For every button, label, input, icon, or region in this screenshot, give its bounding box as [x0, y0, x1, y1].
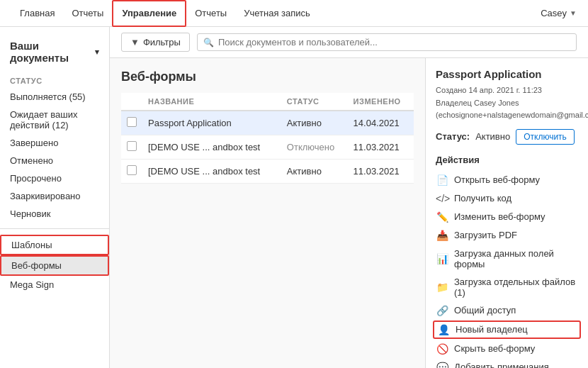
- table-title: Веб-формы: [121, 69, 414, 84]
- sidebar-item-in-progress[interactable]: Выполняется (55): [0, 88, 109, 106]
- hide-icon: 🚫: [436, 343, 448, 355]
- webforms-table: НАЗВАНИЕ СТАТУС ИЗМЕНЕНО Passport Applic…: [121, 93, 414, 184]
- nav-reports-2[interactable]: Отчеты: [186, 0, 235, 27]
- chevron-down-icon: ▼: [570, 9, 577, 17]
- sidebar-item-cancelled[interactable]: Отменено: [0, 152, 109, 169]
- sidebar-item-expired[interactable]: Просрочено: [0, 169, 109, 187]
- person-icon: 👤: [437, 324, 450, 335]
- sidebar-item-completed[interactable]: Завершено: [0, 134, 109, 152]
- nav-account[interactable]: Учетная запись: [235, 0, 319, 27]
- action-label: Загрузка отдельных файлов (1): [454, 277, 578, 298]
- table-icon: 📊: [436, 253, 448, 264]
- table-area: Веб-формы НАЗВАНИЕ СТАТУС ИЗМЕНЕНО: [110, 58, 425, 368]
- panel-meta: Создано 14 апр. 2021 г. 11:23 Владелец C…: [436, 84, 578, 122]
- panel-status-row: Статус: Активно Отключить: [436, 129, 578, 145]
- panel-status-value: Активно: [475, 131, 510, 142]
- sidebar-item-templates[interactable]: Шаблоны: [0, 235, 109, 255]
- row-changed: 11.03.2021: [348, 160, 414, 184]
- panel-title: Passport Application: [436, 68, 578, 80]
- content-area: ▼ Фильтры 🔍 Веб-формы НАЗВАНИЕ СТАТУС: [110, 27, 588, 368]
- sidebar-item-webforms[interactable]: Веб-формы: [0, 255, 109, 276]
- action-download-fields[interactable]: 📊 Загрузка данных полей формы: [436, 245, 578, 273]
- sidebar-header[interactable]: Ваши документы ▾: [0, 35, 109, 71]
- action-label: Загрузить PDF: [454, 230, 517, 240]
- filter-label: Фильтры: [143, 37, 181, 48]
- action-label: Скрыть веб-форму: [454, 343, 535, 354]
- action-open-webform[interactable]: 📄 Открыть веб-форму: [436, 171, 578, 189]
- search-icon: 🔍: [203, 38, 214, 48]
- row-checkbox[interactable]: [127, 165, 137, 175]
- comment-icon: 💬: [436, 362, 448, 368]
- user-name: Casey: [541, 8, 567, 18]
- filter-button[interactable]: ▼ Фильтры: [121, 33, 190, 52]
- action-get-code[interactable]: </> Получить код: [436, 189, 578, 208]
- row-status: Активно: [281, 160, 348, 184]
- row-name: Passport Application: [142, 111, 281, 135]
- row-changed: 14.04.2021: [348, 111, 414, 135]
- row-status: Отключено: [281, 135, 348, 160]
- panel-meta-line2: Владелец Casey Jones: [436, 97, 578, 110]
- sidebar-item-waiting[interactable]: Ожидает ваших действий (12): [0, 106, 109, 134]
- action-label: Загрузка данных полей формы: [454, 248, 578, 269]
- row-changed: 11.03.2021: [348, 135, 414, 160]
- sidebar-divider: [0, 228, 109, 229]
- link-icon: 🔗: [436, 305, 448, 316]
- row-checkbox[interactable]: [127, 117, 137, 127]
- sidebar-item-draft[interactable]: Черновик: [0, 205, 109, 223]
- download-icon: 📥: [436, 230, 448, 241]
- row-name: [DEMO USE ... andbox test: [142, 160, 281, 184]
- toolbar: ▼ Фильтры 🔍: [110, 27, 588, 58]
- col-changed: ИЗМЕНЕНО: [348, 93, 414, 111]
- sidebar-item-archived[interactable]: Зааркивировано: [0, 187, 109, 205]
- content-body: Веб-формы НАЗВАНИЕ СТАТУС ИЗМЕНЕНО: [110, 58, 588, 368]
- panel-status-label: Статус:: [436, 131, 470, 142]
- panel-meta-line1: Создано 14 апр. 2021 г. 11:23: [436, 84, 578, 97]
- chevron-down-icon: ▾: [95, 48, 99, 57]
- action-edit-webform[interactable]: ✏️ Изменить веб-форму: [436, 208, 578, 226]
- action-label: Изменить веб-форму: [454, 211, 545, 222]
- action-label: Новый владелец: [456, 324, 528, 335]
- row-status: Активно: [281, 111, 348, 135]
- action-label: Добавить примечания: [454, 362, 549, 368]
- nav-home[interactable]: Главная: [11, 0, 63, 27]
- action-new-owner[interactable]: 👤 Новый владелец: [433, 320, 581, 339]
- col-checkbox: [121, 93, 142, 111]
- table-row[interactable]: Passport Application Активно 14.04.2021: [121, 111, 414, 135]
- right-panel: Passport Application Создано 14 апр. 202…: [425, 58, 588, 368]
- action-label: Получить код: [454, 193, 511, 203]
- sidebar-status-label: СТАТУС: [0, 71, 109, 88]
- user-menu[interactable]: Casey ▼: [541, 8, 577, 18]
- search-input[interactable]: [218, 37, 570, 48]
- main-layout: Ваши документы ▾ СТАТУС Выполняется (55)…: [0, 27, 588, 368]
- action-share[interactable]: 🔗 Общий доступ: [436, 301, 578, 320]
- folder-icon: 📁: [436, 281, 448, 293]
- action-label: Общий доступ: [454, 305, 516, 316]
- pencil-icon: ✏️: [436, 211, 448, 223]
- action-add-note[interactable]: 💬 Добавить примечания: [436, 358, 578, 368]
- search-box: 🔍: [197, 33, 577, 51]
- action-hide-webform[interactable]: 🚫 Скрыть веб-форму: [436, 340, 578, 358]
- action-download-files[interactable]: 📁 Загрузка отдельных файлов (1): [436, 273, 578, 301]
- nav-manage[interactable]: Управление: [112, 0, 186, 27]
- panel-actions-title: Действия: [436, 155, 578, 165]
- action-label: Открыть веб-форму: [454, 174, 540, 185]
- code-icon: </>: [436, 193, 448, 204]
- sidebar: Ваши документы ▾ СТАТУС Выполняется (55)…: [0, 27, 110, 368]
- sidebar-item-megasign[interactable]: Mega Sign: [0, 276, 109, 294]
- disable-button[interactable]: Отключить: [516, 129, 575, 145]
- row-name: [DEMO USE ... andbox test: [142, 135, 281, 160]
- action-download-pdf[interactable]: 📥 Загрузить PDF: [436, 226, 578, 245]
- table-row[interactable]: [DEMO USE ... andbox test Активно 11.03.…: [121, 160, 414, 184]
- col-name: НАЗВАНИЕ: [142, 93, 281, 111]
- row-checkbox[interactable]: [127, 141, 137, 151]
- top-nav: Главная Отчеты Управление Отчеты Учетная…: [0, 0, 588, 27]
- table-row[interactable]: [DEMO USE ... andbox test Отключено 11.0…: [121, 135, 414, 160]
- panel-meta-line3: (echosignone+nalstagenewdomain@gmail.com…: [436, 109, 578, 122]
- filter-icon: ▼: [130, 37, 140, 48]
- col-status: СТАТУС: [281, 93, 348, 111]
- nav-reports-1[interactable]: Отчеты: [63, 0, 112, 27]
- file-icon: 📄: [436, 174, 448, 186]
- sidebar-header-label: Ваши документы: [10, 40, 91, 64]
